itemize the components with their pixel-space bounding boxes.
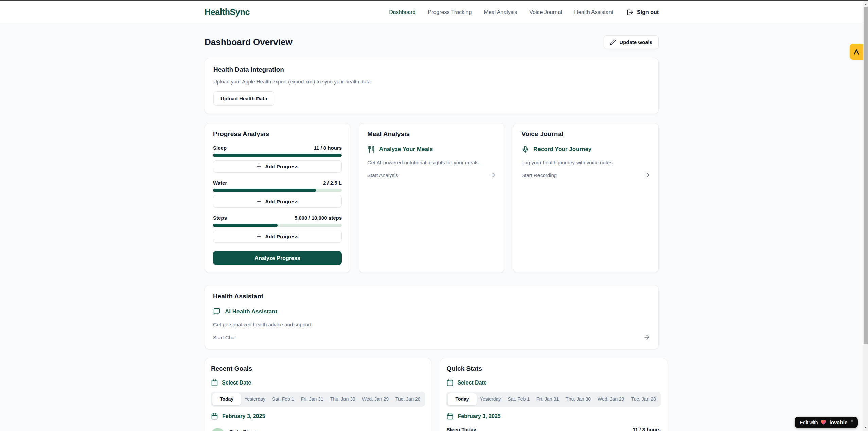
voice-journal-title: Voice Journal	[521, 130, 650, 138]
voice-journal-card: Voice Journal Record Your Journey Log yo…	[513, 123, 659, 273]
goal-item-daily-sleep: Daily Sleep 11 / 8 hours	[211, 428, 425, 431]
sleep-label: Sleep	[213, 145, 227, 151]
plus-icon	[256, 164, 262, 169]
add-progress-label: Add Progress	[265, 164, 298, 169]
quick-stats-select-date[interactable]: Select Date	[446, 379, 660, 386]
scrollbar-down-arrow-icon[interactable]	[863, 425, 868, 430]
utensils-icon	[367, 146, 375, 153]
sign-out-button[interactable]: Sign out	[627, 9, 659, 16]
recent-goals-card: Recent Goals Select Date Today Yesterday…	[205, 358, 431, 431]
sign-out-label: Sign out	[637, 9, 659, 15]
edit-with-label: Edit with	[800, 420, 818, 425]
quick-stats-date-tabs: Today Yesterday Sat, Feb 1 Fri, Jan 31 T…	[446, 392, 660, 407]
analyze-progress-button[interactable]: Analyze Progress	[213, 251, 342, 265]
plus-icon	[256, 199, 262, 204]
add-progress-label: Add Progress	[265, 199, 298, 204]
sleep-value: 11 / 8 hours	[314, 145, 342, 151]
date-tab[interactable]: Thu, Jan 30	[562, 393, 594, 405]
analyze-your-meals-link[interactable]: Analyze Your Meals	[367, 146, 496, 153]
record-your-journey-link[interactable]: Record Your Journey	[521, 146, 650, 153]
add-progress-label: Add Progress	[265, 233, 298, 239]
pencil-icon	[610, 39, 616, 45]
app-viewport: HealthSync Dashboard Progress Tracking M…	[0, 1, 863, 431]
calendar-icon	[211, 379, 218, 386]
date-tab[interactable]: Fri, Jan 31	[298, 393, 327, 405]
voice-description: Log your health journey with voice notes	[521, 160, 650, 165]
nav-item-progress-tracking[interactable]: Progress Tracking	[428, 9, 472, 15]
nav-item-dashboard[interactable]: Dashboard	[389, 9, 415, 15]
top-navbar: HealthSync Dashboard Progress Tracking M…	[0, 1, 863, 23]
start-recording-row[interactable]: Start Recording	[521, 172, 650, 179]
nav-item-meal-analysis[interactable]: Meal Analysis	[484, 9, 517, 15]
sleep-progress-bar	[213, 154, 342, 157]
water-metric: Water 2 / 2.5 L Add Progress	[213, 180, 342, 208]
meal-analysis-title: Meal Analysis	[367, 130, 496, 138]
steps-metric: Steps 5,000 / 10,000 steps Add Progress	[213, 215, 342, 243]
progress-analysis-title: Progress Analysis	[213, 130, 342, 138]
add-steps-progress-button[interactable]: Add Progress	[213, 230, 342, 243]
date-tab[interactable]: Thu, Jan 30	[327, 393, 359, 405]
lovable-brand-label: lovable	[829, 419, 847, 425]
steps-label: Steps	[213, 215, 227, 221]
health-data-integration-card: Health Data Integration Upload your Appl…	[205, 58, 659, 114]
start-chat-row[interactable]: Start Chat	[213, 334, 650, 341]
date-tab[interactable]: Yesterday	[241, 393, 269, 405]
update-goals-label: Update Goals	[619, 39, 652, 45]
update-goals-button[interactable]: Update Goals	[604, 35, 659, 49]
recent-goals-select-date[interactable]: Select Date	[211, 379, 425, 386]
recent-goals-date-tabs: Today Yesterday Sat, Feb 1 Fri, Jan 31 T…	[211, 392, 425, 407]
lovable-edit-badge[interactable]: Edit with lovable ×	[795, 417, 858, 428]
assistant-description: Get personalized health advice and suppo…	[213, 322, 650, 327]
add-water-progress-button[interactable]: Add Progress	[213, 195, 342, 208]
start-recording-label: Start Recording	[521, 172, 557, 178]
chat-bubble-icon	[213, 308, 220, 315]
lovable-tab-icon	[853, 48, 860, 56]
arrow-right-icon	[643, 172, 650, 179]
recent-goals-title: Recent Goals	[211, 365, 425, 372]
arrow-right-icon	[489, 172, 496, 179]
scrollbar-thumb[interactable]	[864, 7, 868, 344]
nav-item-health-assistant[interactable]: Health Assistant	[574, 9, 613, 15]
recent-goals-selected-date[interactable]: February 3, 2025	[211, 413, 425, 420]
meal-analysis-card: Meal Analysis Analyze Your Meals Get AI-…	[359, 123, 504, 273]
health-assistant-title: Health Assistant	[213, 293, 650, 300]
date-tab[interactable]: Wed, Jan 29	[594, 393, 627, 405]
steps-value: 5,000 / 10,000 steps	[295, 215, 342, 221]
start-analysis-row[interactable]: Start Analysis	[367, 172, 496, 179]
scrollbar-up-arrow-icon[interactable]	[863, 2, 868, 7]
upload-health-data-button[interactable]: Upload Health Data	[213, 91, 274, 106]
microphone-icon	[521, 146, 529, 153]
add-sleep-progress-button[interactable]: Add Progress	[213, 160, 342, 173]
nav-item-voice-journal[interactable]: Voice Journal	[529, 9, 562, 15]
quick-stats-card: Quick Stats Select Date Today Yesterday …	[440, 358, 667, 431]
start-analysis-label: Start Analysis	[367, 172, 398, 178]
goal-name: Daily Sleep	[229, 429, 256, 431]
date-tab[interactable]: Wed, Jan 29	[359, 393, 392, 405]
calendar-icon	[446, 379, 454, 386]
integration-description: Upload your Apple Health export (export.…	[213, 79, 650, 85]
water-label: Water	[213, 180, 227, 186]
date-tab[interactable]: Sat, Feb 1	[504, 393, 533, 405]
quick-stats-selected-date[interactable]: February 3, 2025	[446, 413, 660, 420]
select-date-label: Select Date	[457, 380, 486, 386]
date-tab[interactable]: Yesterday	[477, 393, 504, 405]
date-tab[interactable]: Fri, Jan 31	[533, 393, 562, 405]
date-tab[interactable]: Tue, Jan 28	[627, 393, 659, 405]
ai-health-assistant-link[interactable]: AI Health Assistant	[213, 308, 650, 315]
selected-date-label: February 3, 2025	[458, 413, 500, 419]
integration-title: Health Data Integration	[213, 66, 650, 73]
date-tab[interactable]: Tue, Jan 28	[392, 393, 424, 405]
date-tab[interactable]: Today	[448, 393, 476, 405]
close-icon[interactable]: ×	[851, 419, 853, 423]
app-logo[interactable]: HealthSync	[205, 7, 250, 17]
date-tab[interactable]: Sat, Feb 1	[269, 393, 298, 405]
select-date-label: Select Date	[222, 380, 251, 386]
record-your-journey-label: Record Your Journey	[533, 146, 591, 153]
arrow-right-icon	[643, 334, 650, 341]
vertical-scrollbar[interactable]	[863, 1, 868, 431]
date-tab[interactable]: Today	[212, 393, 241, 405]
analyze-your-meals-label: Analyze Your Meals	[379, 146, 433, 153]
lovable-side-tab[interactable]	[850, 44, 863, 60]
meal-description: Get AI-powered nutritional insights for …	[367, 160, 496, 165]
start-chat-label: Start Chat	[213, 335, 236, 340]
